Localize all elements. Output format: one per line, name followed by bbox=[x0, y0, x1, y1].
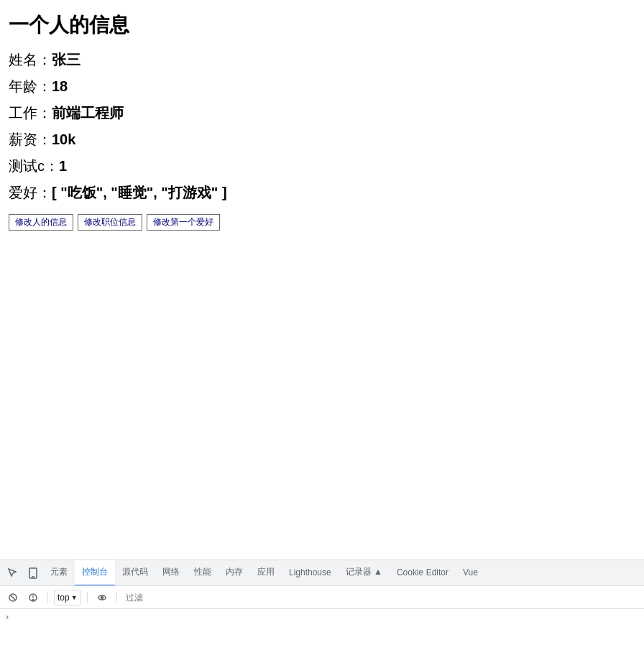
devtools-console-body: › bbox=[0, 609, 644, 645]
edit-hobby-button[interactable]: 修改第一个爱好 bbox=[147, 214, 220, 231]
toolbar-divider bbox=[47, 592, 48, 603]
tab-cookie-editor[interactable]: Cookie Editor bbox=[390, 560, 456, 586]
tab-memory[interactable]: 内存 bbox=[218, 560, 250, 586]
test-value: 1 bbox=[59, 158, 67, 174]
tab-performance[interactable]: 性能 bbox=[187, 560, 218, 586]
svg-point-6 bbox=[32, 599, 34, 600]
top-label: top bbox=[58, 593, 70, 603]
salary-label: 薪资： bbox=[9, 131, 52, 147]
tab-vue[interactable]: Vue bbox=[456, 560, 485, 586]
svg-line-3 bbox=[11, 595, 15, 600]
page-title: 一个人的信息 bbox=[9, 11, 635, 39]
devtools-toolbar: top ▼ bbox=[0, 586, 644, 609]
age-label: 年龄： bbox=[9, 78, 52, 94]
clear-console-icon[interactable] bbox=[4, 589, 22, 606]
tab-sources[interactable]: 源代码 bbox=[115, 560, 155, 586]
eye-icon[interactable] bbox=[93, 589, 111, 606]
hobby-line: 爱好：[ "吃饭", "睡觉", "打游戏" ] bbox=[9, 183, 635, 203]
job-value: 前端工程师 bbox=[52, 105, 124, 121]
context-dropdown[interactable]: top ▼ bbox=[54, 590, 81, 605]
hobby-label: 爱好： bbox=[9, 185, 52, 200]
pause-exceptions-icon[interactable] bbox=[24, 589, 42, 606]
name-line: 姓名：张三 bbox=[9, 50, 635, 70]
tab-network[interactable]: 网络 bbox=[155, 560, 187, 586]
edit-info-button[interactable]: 修改人的信息 bbox=[9, 214, 73, 231]
age-line: 年龄：18 bbox=[9, 77, 635, 96]
inspect-icon[interactable] bbox=[3, 563, 23, 583]
devtools-tabs: 元素 控制台 源代码 网络 性能 内存 应用 Lighthouse 记录器 ▲ … bbox=[0, 560, 644, 586]
toolbar-divider-2 bbox=[87, 592, 88, 603]
age-value: 18 bbox=[52, 78, 68, 94]
dropdown-arrow-icon: ▼ bbox=[71, 594, 78, 601]
tab-console[interactable]: 控制台 bbox=[75, 560, 115, 586]
tab-elements[interactable]: 元素 bbox=[43, 560, 75, 586]
name-label: 姓名： bbox=[9, 52, 52, 68]
salary-value: 10k bbox=[52, 131, 75, 147]
tab-lighthouse[interactable]: Lighthouse bbox=[282, 560, 339, 586]
toolbar-divider-3 bbox=[116, 592, 117, 603]
console-expand-icon[interactable]: › bbox=[6, 612, 9, 622]
name-value: 张三 bbox=[52, 52, 80, 68]
edit-job-button[interactable]: 修改职位信息 bbox=[78, 214, 142, 231]
filter-input[interactable] bbox=[123, 591, 640, 604]
main-content: 一个人的信息 姓名：张三 年龄：18 工作：前端工程师 薪资：10k 测试c：1… bbox=[0, 0, 644, 242]
svg-point-8 bbox=[101, 596, 103, 598]
tab-application[interactable]: 应用 bbox=[250, 560, 282, 586]
devtools-panel: 元素 控制台 源代码 网络 性能 内存 应用 Lighthouse 记录器 ▲ … bbox=[0, 560, 644, 645]
job-line: 工作：前端工程师 bbox=[9, 103, 635, 123]
salary-line: 薪资：10k bbox=[9, 130, 635, 149]
test-line: 测试c：1 bbox=[9, 157, 635, 176]
job-label: 工作： bbox=[9, 105, 52, 121]
device-icon[interactable] bbox=[23, 563, 43, 583]
tab-recorder[interactable]: 记录器 ▲ bbox=[339, 560, 390, 586]
buttons-row: 修改人的信息 修改职位信息 修改第一个爱好 bbox=[9, 214, 635, 231]
test-label: 测试c： bbox=[9, 158, 59, 174]
hobby-value: [ "吃饭", "睡觉", "打游戏" ] bbox=[52, 185, 227, 200]
